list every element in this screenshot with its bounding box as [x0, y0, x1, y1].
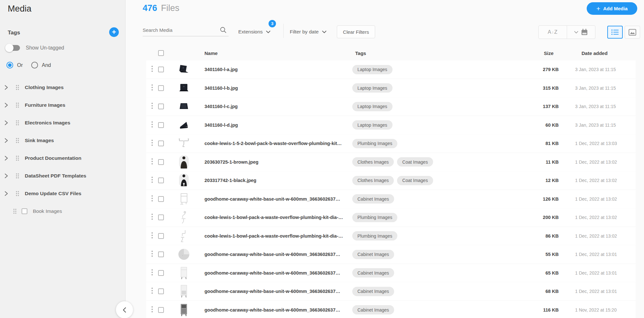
chevron-right-icon[interactable] [5, 85, 9, 90]
tag-badge[interactable]: Coat Images [397, 176, 433, 185]
sort-alphabetical-button[interactable]: A↕Z [539, 26, 567, 39]
tag-badge[interactable]: Laptop Images [352, 102, 393, 111]
file-name[interactable]: goodhome-caraway-white-base-unit-w-600mm… [200, 270, 347, 276]
row-menu-button[interactable] [146, 232, 158, 240]
grid-view-button[interactable] [625, 26, 640, 39]
tag-badge[interactable]: Cabinet Images [352, 268, 394, 277]
row-checkbox[interactable] [158, 122, 164, 128]
table-row[interactable]: 203630725-1-brown.jpegClothes ImagesCoat… [146, 153, 636, 171]
row-checkbox[interactable] [158, 214, 164, 220]
extensions-filter-dropdown[interactable]: Extensions [238, 27, 270, 37]
chevron-right-icon[interactable] [5, 156, 9, 161]
table-row[interactable]: cooke-lewis-1-bowl-pack-a-waste-overflow… [146, 208, 636, 226]
drag-handle-icon[interactable] [13, 208, 16, 214]
file-name[interactable]: 203630725-1-brown.jpeg [200, 159, 347, 165]
chevron-right-icon[interactable] [5, 120, 9, 125]
row-checkbox[interactable] [158, 233, 164, 239]
table-row[interactable]: 203317742-1-black.jpegClothes ImagesCoat… [146, 171, 636, 189]
tag-badge[interactable]: Clothes Images [352, 157, 394, 167]
file-name[interactable]: goodhome-caraway-white-base-unit-w-600mm… [200, 252, 347, 257]
tag-badge[interactable]: Plumbing Images [352, 139, 397, 148]
table-row[interactable]: goodhome-caraway-white-base-unit-w-600mm… [146, 245, 636, 263]
add-tag-button[interactable]: + [109, 27, 119, 37]
row-menu-button[interactable] [146, 121, 158, 129]
sidebar-tag-item[interactable]: DataSheet PDF Templates [0, 167, 126, 185]
file-name[interactable]: goodhome-caraway-white-base-unit-w-600mm… [200, 307, 347, 313]
table-row[interactable]: 3401160-l-d.jpgLaptop Images60 KB3 Jan, … [146, 116, 636, 134]
tag-badge[interactable]: Laptop Images [352, 83, 393, 93]
sidebar-tag-item[interactable]: Demo Update CSV Files [0, 185, 126, 202]
search-input[interactable] [143, 25, 218, 35]
file-name[interactable]: cooke-lewis-1-bowl-pack-a-waste-overflow… [200, 215, 347, 220]
drag-handle-icon[interactable] [16, 138, 19, 143]
row-checkbox[interactable] [158, 177, 164, 183]
row-menu-button[interactable] [146, 214, 158, 221]
row-menu-button[interactable] [146, 287, 158, 295]
table-row[interactable]: goodhome-caraway-white-base-unit-w-600mm… [146, 264, 636, 282]
table-row[interactable]: cooke-lewis-1-5-2-bowl-pack-b-waste-over… [146, 134, 636, 152]
add-media-button[interactable]: + Add Media [587, 2, 637, 15]
clear-filters-button[interactable]: Clear Filters [337, 25, 375, 38]
drag-handle-icon[interactable] [16, 85, 19, 90]
row-menu-button[interactable] [146, 140, 158, 147]
table-row[interactable]: goodhome-caraway-white-base-unit-w-600mm… [146, 190, 636, 208]
select-all-checkbox[interactable] [158, 50, 164, 56]
tag-badge[interactable]: Plumbing Images [352, 213, 397, 222]
column-header-size[interactable]: Size [520, 50, 559, 56]
file-name[interactable]: cooke-lewis-1-5-2-bowl-pack-b-waste-over… [200, 141, 347, 146]
row-checkbox[interactable] [158, 85, 164, 91]
chevron-right-icon[interactable] [5, 103, 9, 108]
file-name[interactable]: goodhome-caraway-white-base-unit-w-600mm… [200, 289, 347, 294]
table-row[interactable]: 3401160-l-c.jpgLaptop Images137 KB3 Jan,… [146, 97, 636, 115]
collapse-sidebar-button[interactable] [116, 301, 133, 318]
drag-handle-icon[interactable] [16, 155, 19, 161]
table-row[interactable]: goodhome-caraway-white-base-unit-w-600mm… [146, 282, 636, 300]
chevron-right-icon[interactable] [5, 138, 9, 143]
row-checkbox[interactable] [158, 288, 164, 294]
chevron-right-icon[interactable] [5, 173, 9, 178]
drag-handle-icon[interactable] [16, 191, 19, 196]
and-radio[interactable] [31, 62, 38, 68]
tag-badge[interactable]: Cabinet Images [352, 305, 394, 314]
row-checkbox[interactable] [158, 307, 164, 313]
filter-by-date-dropdown[interactable]: Filter by date [290, 27, 327, 37]
tag-badge[interactable]: Laptop Images [352, 65, 393, 74]
table-row[interactable]: 3401160-l-a.jpgLaptop Images279 KB3 Jan,… [146, 60, 636, 78]
tag-badge[interactable]: Laptop Images [352, 120, 393, 130]
chevron-right-icon[interactable] [5, 191, 9, 196]
or-radio[interactable] [6, 62, 13, 68]
row-menu-button[interactable] [146, 269, 158, 277]
column-header-tags[interactable]: Tags [347, 50, 520, 56]
file-name[interactable]: 3401160-l-d.jpg [200, 123, 347, 128]
column-header-name[interactable]: Name [200, 50, 347, 56]
row-checkbox[interactable] [158, 196, 164, 202]
row-checkbox[interactable] [158, 159, 164, 165]
row-checkbox[interactable] [158, 251, 164, 257]
row-menu-button[interactable] [146, 250, 158, 258]
tag-badge[interactable]: Clothes Images [352, 176, 394, 185]
sidebar-tag-item[interactable]: Clothing Images [0, 78, 126, 96]
table-row[interactable]: 3401160-l-b.jpgLaptop Images315 KB3 Jan,… [146, 79, 636, 97]
sidebar-tag-child-item[interactable]: Book Images [0, 202, 126, 220]
sidebar-tag-item[interactable]: Furniture Images [0, 96, 126, 114]
tag-badge[interactable]: Cabinet Images [352, 194, 394, 204]
file-name[interactable]: 203317742-1-black.jpeg [200, 178, 347, 183]
tag-checkbox[interactable] [22, 208, 27, 214]
sidebar-tag-item[interactable]: Electronics Images [0, 114, 126, 132]
table-row[interactable]: cooke-lewis-1-bowl-pack-a-waste-overflow… [146, 227, 636, 245]
row-menu-button[interactable] [146, 84, 158, 92]
tag-badge[interactable]: Coat Images [397, 157, 433, 167]
sidebar-tag-item[interactable]: Product Documentation [0, 149, 126, 167]
table-row[interactable]: goodhome-caraway-white-base-unit-w-600mm… [146, 301, 636, 318]
row-menu-button[interactable] [146, 103, 158, 110]
row-menu-button[interactable] [146, 66, 158, 73]
row-checkbox[interactable] [158, 104, 164, 109]
drag-handle-icon[interactable] [16, 102, 19, 108]
file-name[interactable]: 3401160-l-a.jpg [200, 67, 347, 72]
tag-badge[interactable]: Plumbing Images [352, 231, 397, 241]
list-view-button[interactable] [607, 26, 623, 39]
row-menu-button[interactable] [146, 177, 158, 184]
drag-handle-icon[interactable] [16, 173, 19, 179]
file-name[interactable]: 3401160-l-b.jpg [200, 86, 347, 91]
row-menu-button[interactable] [146, 306, 158, 314]
